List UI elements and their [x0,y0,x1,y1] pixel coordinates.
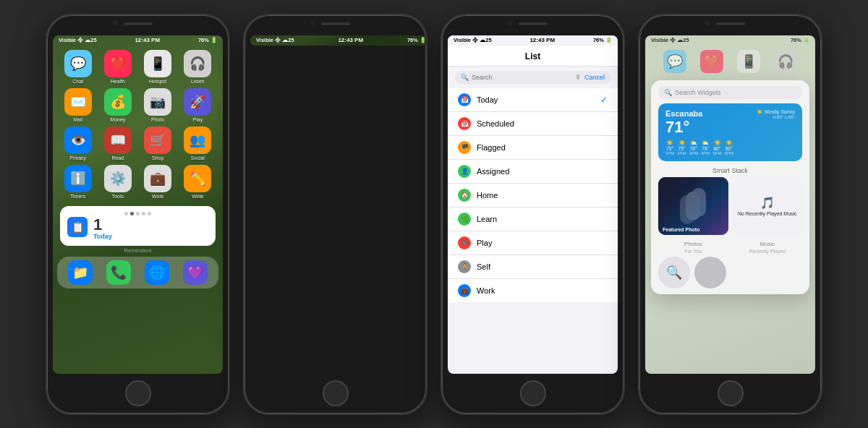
app-money[interactable]: 💰 Money [100,88,135,122]
app-chat[interactable]: 💬 Chat [60,50,95,84]
search-input[interactable] [472,74,572,81]
list-item-flagged[interactable]: 🏴 Flagged [448,136,618,160]
app-read[interactable]: 📖 Read [100,127,135,160]
dot-2 [130,212,134,215]
app-mail[interactable]: ✉️ Mail [60,88,95,122]
app-work-icon: 💼 [144,165,171,192]
home-label: Home [477,191,608,200]
app-social[interactable]: 👥 Social [180,127,216,160]
phone-2-screen: Visible 令 ☁25 12:43 PM 76% 🔋 Remove Widg… [250,35,427,46]
music-widget[interactable]: 🎵 No Recently Played Music [733,177,803,235]
app-hotspot-icon: 📱 [144,50,171,77]
app-health[interactable]: ❤️ Health [100,50,135,84]
phone-1-dock: 📁 📞 🌐 💜 [57,257,218,288]
dock-phone[interactable]: 📞 [106,260,131,285]
scheduled-circle: 📅 [458,117,471,130]
app-write-icon: ✏️ [184,165,211,192]
app-mail-label: Mail [73,117,82,122]
search-widgets-bar[interactable]: 🔍 Search Widgets [658,86,802,99]
forecast-1pm: ☀️ 73° 1PM [665,140,674,155]
app-listen-icon: 🎧 [184,50,211,77]
list-item-today[interactable]: 📅 Today ✓ [448,88,618,112]
work-circle: 💼 [458,284,471,297]
widget-page-dots [67,212,208,215]
phone-1-camera [112,20,117,25]
bottom-widget-row: 🔍 [658,257,802,288]
phone-4-status-right: 76% 🔋 [791,37,809,43]
list-item-assigned[interactable]: 👤 Assigned [448,160,618,184]
widget-gallery-panel: 🔍 Search Widgets Escanaba 71° ☀️ Mostly … [651,80,809,294]
phone-2-home-button[interactable] [323,380,349,406]
music-label: No Recently Played Music [738,211,797,216]
media-widgets-row: Featured Photo 🎵 No Recently Played Musi… [658,177,802,235]
phone-3-home-button[interactable] [520,380,546,406]
photos-widget[interactable]: Featured Photo [658,177,728,235]
app-timers-label: Timers [70,194,85,199]
dock-safari[interactable]: 🌐 [145,260,169,285]
home-circle: 🏠 [458,189,471,202]
app-tools-label: Tools [112,194,124,199]
list-item-work[interactable]: 💼 Work [448,279,618,302]
faded-hotspot-icon: 📱 [737,50,760,73]
grey-circle-widget[interactable] [694,257,726,288]
app-work[interactable]: 💼 Work [140,165,176,199]
weather-city: Escanaba [665,109,702,118]
app-shop[interactable]: 🛒 Shop [140,127,176,160]
phone-3-status-bar: Visible 令 ☁25 12:43 PM 76% 🔋 [448,35,618,46]
phone-4-speaker [716,22,745,25]
search-widgets-text: Search Widgets [675,89,721,96]
list-item-self[interactable]: 🧍 Self [448,255,618,279]
self-circle: 🧍 [458,260,471,273]
flagged-circle: 🏴 [458,141,471,154]
widget-body: 📋 1 Today [67,217,208,240]
phone-2: Visible 令 ☁25 12:43 PM 76% 🔋 Remove Widg… [243,14,427,415]
today-label: Today [477,95,595,104]
phone-3-vol-up [441,87,442,106]
app-privacy-label: Privacy [69,155,86,160]
app-privacy-icon: 👁️ [64,127,92,154]
music-section-label: Music [733,241,803,247]
app-money-label: Money [110,117,125,122]
app-listen[interactable]: 🎧 Listen [180,50,216,84]
list-item-scheduled[interactable]: 📅 Scheduled [448,112,618,136]
search-bar[interactable]: 🔍 🎙 Cancel [455,71,610,84]
weather-forecast: ☀️ 73° 1PM ☀️ 75° 2PM ⛅ 76° 3PM [665,140,795,155]
weather-right: ☀️ Mostly Sunny H:80° L:69° [757,109,795,119]
list-item-home[interactable]: 🏠 Home [448,184,618,207]
faded-chat-icon: 💬 [663,50,686,73]
app-read-icon: 📖 [104,127,132,154]
phone-icon: 📞 [106,260,131,285]
list-item-play[interactable]: 🎮 Play [448,231,618,255]
magnifier-widget[interactable]: 🔍 [658,257,690,288]
phone-1-home-button[interactable] [125,380,151,406]
app-play[interactable]: 🚀 Play [180,88,216,122]
faded-health-icon: ❤️ [700,50,723,73]
app-shop-icon: 🛒 [144,127,171,154]
cancel-button[interactable]: Cancel [584,74,605,81]
phone-3-speaker [519,22,548,25]
phone-4-home-button[interactable] [718,380,744,406]
learn-label: Learn [477,215,608,223]
phone-2-vol-up [243,87,244,106]
today-circle: 📅 [458,93,471,106]
phone-1-status-right: 76% 🔋 [198,37,217,43]
app-timers[interactable]: ℹ️ Timers [60,165,95,199]
dock-shortcuts[interactable]: 💜 [183,260,208,285]
app-hotspot[interactable]: 📱 Hotspot [140,50,176,84]
list-item-learn[interactable]: 🌿 Learn [448,207,618,231]
phone-1-power [229,98,230,127]
photos-abstract [658,177,728,235]
forecast-3pm: ⛅ 76° 3PM [689,140,698,155]
dot-4 [142,212,145,215]
app-tools[interactable]: ⚙️ Tools [100,165,135,199]
dock-files[interactable]: 📁 [68,260,93,285]
app-photo[interactable]: 📷 Photo [140,88,176,122]
weather-widget[interactable]: Escanaba 71° ☀️ Mostly Sunny H:80° L:69°… [658,103,802,161]
app-privacy[interactable]: 👁️ Privacy [60,127,95,160]
dot-5 [148,212,151,215]
weather-range: H:80° L:69° [757,115,795,119]
scheduled-label: Scheduled [477,119,608,128]
phone-1-reminders-widget[interactable]: 📋 1 Today [60,206,216,246]
forecast-2pm: ☀️ 75° 2PM [677,140,686,155]
app-write[interactable]: ✏️ Write [180,165,216,199]
